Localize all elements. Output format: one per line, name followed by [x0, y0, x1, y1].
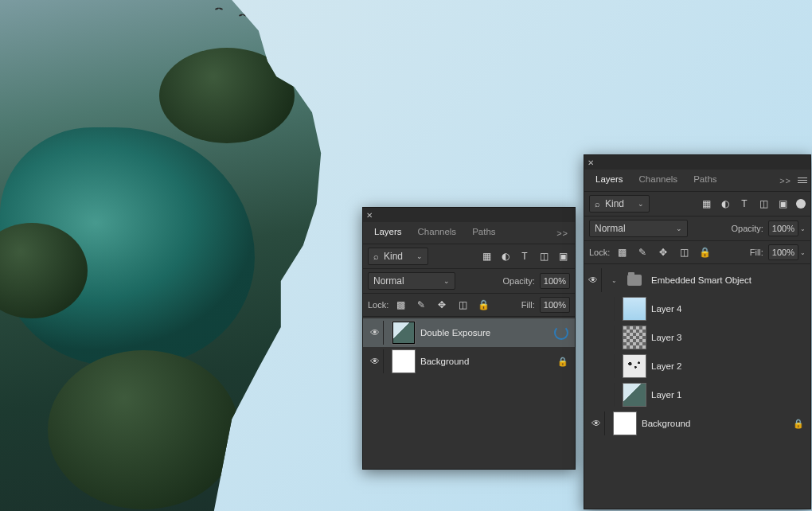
lock-transparent-icon[interactable]: ▩	[615, 245, 629, 259]
fill-value[interactable]: 100%	[768, 244, 798, 260]
layer-thumbnail[interactable]	[392, 321, 416, 345]
tab-paths[interactable]: Paths	[685, 170, 724, 191]
blend-mode-dropdown[interactable]: Normal ⌄	[368, 272, 455, 290]
filter-pixel-icon[interactable]: ▦	[699, 197, 713, 211]
layer-row[interactable]: Layer 3	[584, 323, 810, 352]
filter-kind-dropdown[interactable]: ⌕ Kind ⌄	[589, 195, 650, 213]
layer-thumbnail[interactable]	[623, 354, 646, 378]
lock-transparent-icon[interactable]: ▩	[393, 298, 408, 312]
search-icon: ⌕	[595, 199, 600, 209]
opacity-label: Opacity:	[732, 224, 763, 233]
visibility-toggle[interactable]: 👁	[584, 268, 602, 292]
close-icon[interactable]: ✕	[366, 211, 373, 220]
lock-position-icon[interactable]: ✥	[656, 245, 670, 259]
tab-channels[interactable]: Channels	[410, 222, 465, 244]
layer-thumbnail[interactable]	[613, 412, 637, 435]
search-icon: ⌕	[373, 252, 379, 261]
lock-label: Lock:	[589, 248, 610, 257]
lock-all-icon[interactable]: 🔒	[697, 245, 712, 259]
chevron-down-icon[interactable]: ⌄	[800, 225, 806, 232]
layer-name[interactable]: Layer 1	[651, 390, 807, 400]
chevron-down-icon: ⌄	[638, 200, 644, 208]
lock-all-icon[interactable]: 🔒	[476, 298, 490, 312]
lock-artboard-icon[interactable]: ◫	[455, 298, 470, 312]
layer-thumbnail[interactable]	[623, 326, 646, 349]
layer-name[interactable]: Background	[420, 357, 552, 366]
chevron-down-icon: ⌄	[416, 252, 423, 260]
close-icon[interactable]: ✕	[588, 158, 594, 167]
tab-paths[interactable]: Paths	[464, 222, 503, 244]
layer-row[interactable]: 👁 Background 🔒	[363, 347, 575, 376]
lock-indicator-icon: 🔒	[557, 357, 568, 367]
layer-name[interactable]: Layer 4	[651, 304, 807, 314]
layer-thumbnail[interactable]	[623, 383, 646, 407]
visibility-toggle[interactable]	[597, 297, 615, 321]
opacity-label: Opacity:	[503, 276, 535, 286]
filter-smart-icon[interactable]: ▣	[556, 249, 570, 263]
layers-panel-b: ✕ Layers Channels Paths >> ⌕ Kind ⌄ ▦ ◐ …	[584, 154, 811, 509]
visibility-toggle[interactable]	[597, 383, 615, 407]
sync-progress-icon	[554, 326, 568, 340]
layer-name[interactable]: Embedded Smart Object	[651, 275, 807, 285]
expand-icon[interactable]: >>	[776, 176, 794, 185]
visibility-toggle[interactable]: 👁	[366, 349, 384, 373]
filter-kind-dropdown[interactable]: ⌕ Kind ⌄	[368, 248, 428, 265]
filter-adjust-icon[interactable]: ◐	[498, 249, 513, 263]
filter-type-icon[interactable]: T	[517, 249, 532, 263]
blend-mode-value: Normal	[595, 223, 626, 234]
lock-brush-icon[interactable]: ✎	[414, 298, 428, 312]
tab-layers[interactable]: Layers	[366, 222, 410, 244]
visibility-toggle[interactable]	[597, 326, 615, 349]
layer-row[interactable]: 👁 Background 🔒	[584, 409, 810, 438]
filter-type-icon[interactable]: T	[737, 197, 751, 211]
filter-pixel-icon[interactable]: ▦	[479, 249, 494, 263]
visibility-toggle[interactable]	[597, 354, 615, 378]
folder-icon	[627, 275, 642, 286]
tab-channels[interactable]: Channels	[631, 170, 686, 191]
layer-name[interactable]: Layer 2	[651, 361, 807, 371]
tab-layers[interactable]: Layers	[588, 170, 631, 191]
panel-menu-icon[interactable]	[798, 177, 807, 183]
layer-row[interactable]: Layer 4	[584, 295, 810, 323]
lock-artboard-icon[interactable]: ◫	[677, 245, 691, 259]
layer-name[interactable]: Layer 3	[651, 333, 807, 342]
filter-adjust-icon[interactable]: ◐	[718, 197, 732, 211]
lock-label: Lock:	[368, 300, 388, 310]
visibility-toggle[interactable]: 👁	[588, 412, 605, 435]
blend-mode-value: Normal	[373, 275, 404, 287]
layer-row[interactable]: Layer 1	[584, 380, 810, 409]
lock-position-icon[interactable]: ✥	[435, 298, 449, 312]
group-thumbnail	[623, 268, 646, 292]
filter-shape-icon[interactable]: ◫	[756, 197, 771, 211]
filter-toggle[interactable]	[796, 199, 806, 209]
filter-shape-icon[interactable]: ◫	[537, 249, 551, 263]
filter-smart-icon[interactable]: ▣	[775, 197, 790, 211]
layer-name[interactable]: Background	[642, 419, 788, 428]
blend-mode-dropdown[interactable]: Normal ⌄	[589, 220, 688, 237]
layer-name[interactable]: Double Exposure	[420, 328, 549, 337]
fill-value[interactable]: 100%	[540, 297, 570, 313]
layer-thumbnail[interactable]	[392, 349, 416, 373]
fill-label: Fill:	[521, 300, 535, 310]
chevron-down-icon[interactable]: ⌄	[800, 249, 806, 256]
opacity-value[interactable]: 100%	[540, 273, 570, 289]
opacity-value[interactable]: 100%	[768, 220, 798, 236]
layer-group-row[interactable]: 👁 ⌄ Embedded Smart Object	[584, 266, 810, 295]
visibility-toggle[interactable]: 👁	[366, 321, 384, 345]
group-collapse-icon[interactable]: ⌄	[610, 277, 618, 284]
layer-row[interactable]: 👁 Double Exposure	[363, 318, 575, 347]
chevron-down-icon: ⌄	[676, 224, 682, 232]
expand-icon[interactable]: >>	[553, 228, 572, 238]
filter-kind-label: Kind	[605, 198, 624, 209]
layers-panel-a: ✕ Layers Channels Paths >> ⌕ Kind ⌄ ▦ ◐ …	[362, 207, 576, 470]
lock-indicator-icon: 🔒	[793, 419, 804, 429]
fill-label: Fill:	[750, 248, 763, 257]
layer-row[interactable]: Layer 2	[584, 352, 810, 380]
layer-thumbnail[interactable]	[623, 297, 646, 321]
chevron-down-icon: ⌄	[443, 277, 450, 285]
filter-kind-label: Kind	[384, 251, 403, 262]
lock-brush-icon[interactable]: ✎	[635, 245, 650, 259]
